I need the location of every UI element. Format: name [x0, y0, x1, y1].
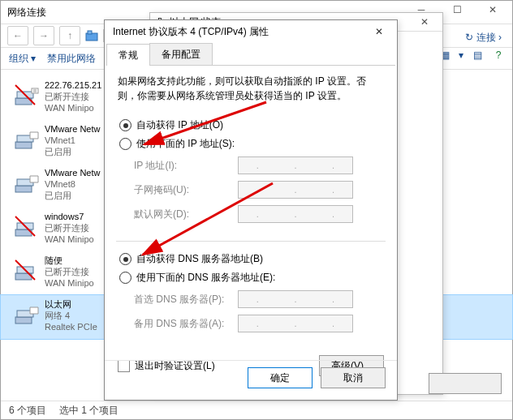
help-icon[interactable]: ? — [491, 48, 506, 62]
dns-manual-radio[interactable]: 使用下面的 DNS 服务器地址(E): — [119, 268, 382, 287]
dialog-title: Internet 协议版本 4 (TCP/IPv4) 属性 — [113, 25, 269, 39]
radio-label: 使用下面的 DNS 服务器地址(E): — [136, 271, 275, 285]
description-text: 如果网络支持此功能，则可以获取自动指派的 IP 设置。否则，你需要从网络系统管理… — [118, 74, 384, 103]
toolbar-right: ▦ ▾ ▤ ? — [438, 48, 506, 62]
radio-label: 使用下面的 IP 地址(S): — [136, 137, 235, 151]
location-icon — [85, 29, 98, 42]
svg-rect-1 — [88, 31, 92, 34]
dialog-titlebar: Internet 协议版本 4 (TCP/IPv4) 属性 ✕ — [105, 20, 397, 43]
bg-button[interactable] — [429, 373, 502, 394]
ip-manual-radio[interactable]: 使用下面的 IP 地址(S): — [119, 135, 382, 153]
close-button[interactable]: ✕ — [407, 13, 442, 31]
network-adapter-icon — [14, 302, 40, 328]
tab-alternate[interactable]: 备用配置 — [149, 43, 213, 65]
network-adapter-icon — [14, 259, 40, 285]
radio-label: 自动获得 DNS 服务器地址(B) — [136, 252, 263, 266]
selection-count: 选中 1 个项目 — [59, 404, 119, 418]
radio-icon — [119, 272, 131, 284]
network-adapter-icon — [14, 127, 40, 153]
disable-device-button[interactable]: 禁用此网络 — [47, 52, 96, 66]
tab-strip: 常规 备用配置 — [106, 43, 395, 66]
svg-rect-8 — [15, 142, 32, 148]
ok-button[interactable]: 确定 — [248, 367, 313, 388]
up-button[interactable]: ↑ — [59, 26, 80, 45]
dns-auto-radio[interactable]: 自动获得 DNS 服务器地址(B) — [119, 250, 382, 268]
cancel-button[interactable]: 取消 — [321, 367, 386, 388]
ip-address-label: IP 地址(I): — [134, 159, 231, 173]
radio-icon — [119, 138, 131, 150]
network-adapter-icon — [14, 215, 40, 241]
dialog-body: 如果网络支持此功能，则可以获取自动指派的 IP 设置。否则，你需要从网络系统管理… — [105, 66, 397, 386]
close-button[interactable]: ✕ — [361, 20, 397, 43]
network-adapter-icon — [14, 171, 40, 197]
layout-icon[interactable]: ▤ — [470, 48, 485, 62]
ipv4-properties-dialog: Internet 协议版本 4 (TCP/IPv4) 属性 ✕ 常规 备用配置 … — [104, 19, 398, 401]
radio-icon — [119, 253, 131, 265]
gateway-label: 默认网关(D): — [134, 208, 231, 221]
gateway-input: ... — [238, 205, 353, 223]
tab-general[interactable]: 常规 — [106, 44, 150, 66]
back-button[interactable]: ← — [7, 26, 28, 45]
svg-rect-10 — [15, 186, 32, 192]
maximize-button[interactable]: ☐ — [439, 1, 475, 19]
subnet-mask-input: ... — [238, 181, 353, 199]
radio-icon — [119, 119, 131, 131]
pref-dns-label: 首选 DNS 服务器(P): — [134, 293, 231, 306]
forward-button[interactable]: → — [33, 26, 54, 45]
item-count: 6 个项目 — [9, 404, 46, 418]
radio-label: 自动获得 IP 地址(O) — [136, 118, 223, 132]
search-hint[interactable]: ↻ 连接 › — [465, 31, 502, 45]
dialog-buttons: 确定 取消 — [105, 360, 397, 395]
dns-group: 自动获得 DNS 服务器地址(B) 使用下面的 DNS 服务器地址(E): 首选… — [118, 246, 384, 344]
pref-dns-input: ... — [238, 290, 353, 308]
svg-rect-18 — [15, 317, 32, 324]
ip-address-input: ... — [238, 156, 353, 174]
alt-dns-label: 备用 DNS 服务器(A): — [134, 317, 231, 331]
window-title: 网络连接 — [7, 6, 46, 19]
svg-rect-4 — [32, 88, 38, 93]
subnet-mask-label: 子网掩码(U): — [134, 183, 231, 197]
close-button[interactable]: ✕ — [475, 1, 511, 19]
network-adapter-icon — [14, 84, 40, 109]
ip-auto-radio[interactable]: 自动获得 IP 地址(O) — [119, 116, 382, 135]
ip-group: 自动获得 IP 地址(O) 使用下面的 IP 地址(S): IP 地址(I):.… — [118, 113, 384, 234]
status-bar: 6 个项目 选中 1 个项目 — [1, 401, 512, 419]
organize-menu[interactable]: 组织 ▾ — [9, 52, 36, 66]
alt-dns-input: ... — [238, 315, 353, 332]
